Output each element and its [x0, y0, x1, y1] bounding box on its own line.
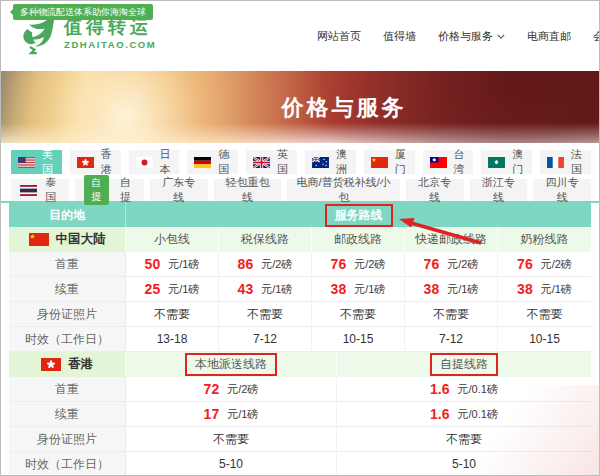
annotation-box: 本地派送线路	[185, 353, 277, 376]
flag-th-icon	[20, 185, 37, 196]
value-cell: 10-15	[312, 327, 405, 351]
tab-label: 法国	[569, 147, 584, 177]
service-column-header: 自提线路	[337, 352, 591, 377]
value-cell: 7-12	[219, 327, 312, 351]
tab-英国[interactable]: 英国	[246, 150, 297, 174]
flag-cn-icon	[371, 157, 388, 168]
price-value: 38	[331, 281, 347, 297]
price-unit: 元/2磅	[227, 382, 258, 397]
price-unit: 元/1磅	[227, 407, 258, 422]
nav-item[interactable]: 网站首页	[317, 29, 361, 44]
price-cell: 38元/1磅	[312, 277, 405, 301]
tab-label: 泰国	[42, 175, 60, 205]
flag-au-icon	[312, 157, 329, 168]
value-cell: 10-15	[498, 327, 591, 351]
tab-台湾[interactable]: 台湾	[423, 150, 474, 174]
price-value: 50	[145, 256, 161, 272]
nav-item[interactable]: 会员社区	[593, 29, 600, 44]
price-unit: 元/2磅	[447, 257, 478, 272]
price-unit: 元/1磅	[354, 282, 385, 297]
tab-label: 浙江专线	[479, 175, 519, 205]
flag-us-icon	[18, 157, 35, 168]
tab-自提[interactable]: 自提自提	[75, 179, 144, 201]
chevron-down-icon	[497, 34, 505, 39]
price-cell: 1.6元/0.1磅	[337, 402, 591, 426]
flag-fr-icon	[547, 157, 564, 168]
tab-澳洲[interactable]: 澳洲	[305, 150, 356, 174]
tab-label: 轻包重包线	[223, 175, 273, 205]
price-cell: 76元/2磅	[405, 252, 498, 276]
tab-label: 日本	[158, 147, 173, 177]
country-tabs-row2: 泰国自提自提广东专线轻包重包线电商/普货税补线/小包北京专线浙江专线四川专线	[11, 179, 591, 201]
table-header-row: 目的地服务路线	[9, 203, 591, 227]
price-cell: 1.6元/0.1磅	[337, 377, 591, 401]
tab-澳门[interactable]: 澳门	[481, 150, 532, 174]
brand-name: 值得转运	[64, 18, 156, 38]
nav-item[interactable]: 值得墙	[383, 29, 416, 44]
tab-浙江专线[interactable]: 浙江专线	[470, 179, 528, 201]
brand-text: 值得转运 ZDHAITAO.COM	[64, 18, 156, 50]
nav-item[interactable]: 电商直邮	[527, 29, 571, 44]
price-unit: 元/1磅	[541, 282, 572, 297]
tab-北京专线[interactable]: 北京专线	[406, 179, 464, 201]
region-name: 香港	[68, 356, 93, 373]
price-unit: 元/1磅	[447, 282, 478, 297]
price-cell: 25元/1磅	[126, 277, 219, 301]
price-cell: 50元/1磅	[126, 252, 219, 276]
page: 值得转运 ZDHAITAO.COM 多种物流配送体系助你海淘全球 网站首页值得墙…	[0, 0, 600, 476]
price-table: 目的地服务路线中国大陆小包线税保线路邮政线路快递邮政线路奶粉线路首重50元/1磅…	[9, 203, 591, 476]
table-row: 时效（工作日）13-187-1210-157-1210-15	[9, 327, 591, 352]
tab-香港[interactable]: 香港	[70, 150, 121, 174]
tab-德国[interactable]: 德国	[187, 150, 238, 174]
col-service-header: 服务路线	[126, 203, 591, 227]
tab-label: 香港	[99, 147, 114, 177]
region-cell: 香港	[9, 352, 126, 377]
table-row: 时效（工作日）5-105-10	[9, 452, 591, 476]
tab-轻包重包线[interactable]: 轻包重包线	[214, 179, 282, 201]
value-cell: 不需要	[337, 427, 591, 451]
value-cell: 不需要	[126, 427, 337, 451]
price-value: 17	[204, 406, 220, 422]
row-label: 续重	[9, 277, 126, 301]
table-row: 身份证照片不需要不需要	[9, 427, 591, 452]
price-value: 76	[424, 256, 440, 272]
tab-电商/普货税补线/小包[interactable]: 电商/普货税补线/小包	[287, 179, 400, 201]
price-unit: 元/1磅	[168, 282, 199, 297]
price-value: 76	[331, 256, 347, 272]
tab-厦门[interactable]: 厦门	[364, 150, 415, 174]
pickup-badge: 自提	[84, 175, 109, 205]
page-title: 价格与服务	[45, 93, 600, 123]
service-column-header: 小包线	[126, 227, 219, 252]
tab-label: 台湾	[452, 147, 467, 177]
price-value: 38	[424, 281, 440, 297]
service-column-header: 奶粉线路	[498, 227, 591, 252]
col-destination-header: 目的地	[9, 203, 126, 227]
section-header-row: 中国大陆小包线税保线路邮政线路快递邮政线路奶粉线路	[9, 227, 591, 252]
tab-日本[interactable]: 日本	[129, 150, 180, 174]
top-header-bar: 值得转运 ZDHAITAO.COM 多种物流配送体系助你海淘全球 网站首页值得墙…	[1, 1, 599, 71]
nav-item[interactable]: 价格与服务	[438, 29, 505, 44]
price-unit: 元/0.1磅	[458, 407, 498, 422]
flag-hk-icon	[41, 358, 61, 371]
tab-label: 四川专线	[542, 175, 582, 205]
tab-四川专线[interactable]: 四川专线	[533, 179, 591, 201]
value-cell: 5-10	[126, 452, 337, 476]
service-column-header: 邮政线路	[312, 227, 405, 252]
flag-tw-icon	[430, 157, 447, 168]
price-value: 38	[517, 281, 533, 297]
tab-泰国[interactable]: 泰国	[11, 179, 69, 201]
region-cell: 中国大陆	[9, 227, 126, 252]
tab-label: 英国	[275, 147, 290, 177]
tab-广东专线[interactable]: 广东专线	[150, 179, 208, 201]
value-cell: 不需要	[498, 302, 591, 326]
table-row: 续重25元/1磅43元/1磅38元/1磅38元/1磅38元/1磅	[9, 277, 591, 302]
tab-法国[interactable]: 法国	[540, 150, 591, 174]
tab-label: 电商/普货税补线/小包	[296, 175, 391, 205]
price-cell: 72元/2磅	[126, 377, 337, 401]
tab-美国[interactable]: 美国	[11, 150, 62, 174]
tab-label: 自提	[116, 175, 135, 205]
main-nav: 网站首页值得墙价格与服务电商直邮会员社区	[317, 1, 600, 71]
price-cell: 76元/2磅	[312, 252, 405, 276]
price-unit: 元/2磅	[541, 257, 572, 272]
country-tabs-row1: 美国香港日本德国英国澳洲厦门台湾澳门法国	[11, 150, 591, 174]
